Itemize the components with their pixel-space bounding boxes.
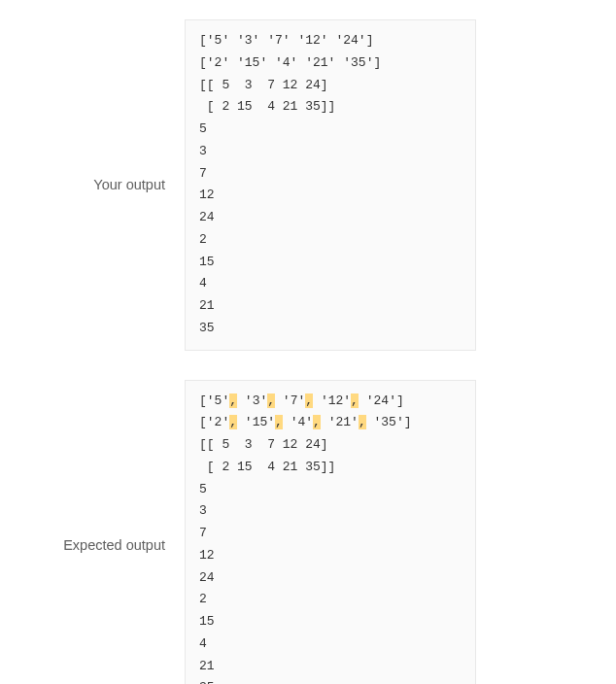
code-text: '24'] [359, 393, 404, 408]
code-text: 2 [199, 592, 207, 606]
expected-output-section: Expected output ['5', '3', '7', '12', '2… [0, 380, 597, 685]
diff-highlight: , [267, 393, 275, 408]
code-line: 7 [199, 163, 462, 186]
code-text: 4 [199, 636, 207, 651]
code-text: 15 [199, 614, 215, 629]
code-line: ['2', '15', '4', '21', '35'] [199, 412, 462, 434]
code-text: 7 [199, 526, 207, 540]
code-line: [[ 5 3 7 12 24] [199, 75, 462, 97]
code-line: 5 [199, 119, 462, 141]
code-text: '12' [313, 393, 351, 408]
code-text: 12 [199, 548, 215, 563]
code-line: ['5', '3', '7', '12', '24'] [199, 391, 462, 413]
code-line: 24 [199, 207, 462, 229]
code-line: 4 [199, 273, 462, 295]
code-line: 15 [199, 252, 462, 274]
diff-highlight: , [229, 393, 237, 408]
code-text: '21' [321, 415, 359, 429]
your-output-section: Your output ['5' '3' '7' '12' '24']['2' … [0, 19, 597, 351]
code-line: 21 [199, 656, 462, 678]
code-line: 3 [199, 141, 462, 163]
diff-highlight: , [359, 415, 366, 429]
diff-highlight: , [305, 393, 313, 408]
code-line: 12 [199, 545, 462, 567]
code-line: 15 [199, 611, 462, 633]
code-text: 24 [199, 570, 215, 585]
code-line: 2 [199, 589, 462, 611]
code-text: '7' [275, 393, 305, 408]
code-text: 21 [199, 659, 215, 673]
code-line: 12 [199, 185, 462, 207]
code-text: ['2' [199, 415, 229, 429]
diff-highlight: , [229, 415, 237, 429]
code-text: 5 [199, 482, 207, 496]
code-line: ['2' '15' '4' '21' '35'] [199, 52, 462, 75]
code-text: '3' [237, 393, 267, 408]
code-line: 4 [199, 633, 462, 656]
code-line: [ 2 15 4 21 35]] [199, 96, 462, 119]
code-line: [ 2 15 4 21 35]] [199, 457, 462, 479]
your-output-code: ['5' '3' '7' '12' '24']['2' '15' '4' '21… [185, 19, 476, 351]
code-line: 7 [199, 523, 462, 545]
code-line: 35 [199, 677, 462, 684]
code-line: ['5' '3' '7' '12' '24'] [199, 30, 462, 52]
expected-output-code: ['5', '3', '7', '12', '24']['2', '15', '… [185, 380, 476, 685]
code-text: 35 [199, 680, 215, 684]
your-output-label: Your output [0, 177, 185, 192]
code-text: ['5' [199, 393, 229, 408]
code-line: 5 [199, 479, 462, 501]
code-line: 3 [199, 500, 462, 523]
code-text: [[ 5 3 7 12 24] [199, 437, 328, 452]
code-text: '15' [237, 415, 275, 429]
code-text: [ 2 15 4 21 35]] [199, 460, 335, 474]
code-line: 24 [199, 567, 462, 590]
code-line: [[ 5 3 7 12 24] [199, 434, 462, 457]
code-line: 35 [199, 318, 462, 340]
code-text: 3 [199, 503, 207, 518]
diff-highlight: , [313, 415, 321, 429]
code-line: 2 [199, 229, 462, 252]
code-line: 21 [199, 295, 462, 318]
expected-output-label: Expected output [0, 537, 185, 553]
diff-highlight: , [275, 415, 283, 429]
diff-highlight: , [351, 393, 359, 408]
code-text: '35'] [366, 415, 412, 429]
code-text: '4' [283, 415, 313, 429]
